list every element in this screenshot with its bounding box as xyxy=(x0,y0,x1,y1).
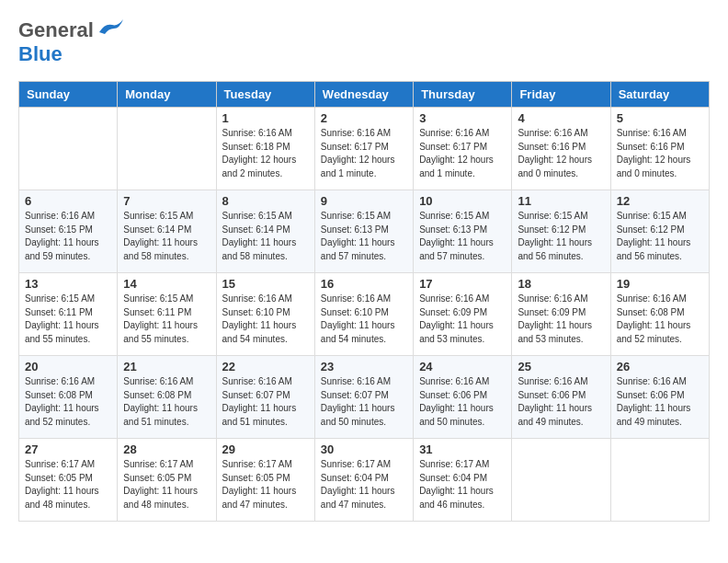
day-info: Sunrise: 6:16 AM Sunset: 6:16 PM Dayligh… xyxy=(617,127,703,180)
day-number: 7 xyxy=(123,194,210,208)
day-info: Sunrise: 6:15 AM Sunset: 6:14 PM Dayligh… xyxy=(123,210,210,263)
day-number: 24 xyxy=(419,360,506,373)
day-number: 26 xyxy=(617,360,703,373)
day-info: Sunrise: 6:16 AM Sunset: 6:08 PM Dayligh… xyxy=(123,375,210,429)
day-info: Sunrise: 6:16 AM Sunset: 6:08 PM Dayligh… xyxy=(25,375,111,429)
calendar-cell: 5Sunrise: 6:16 AM Sunset: 6:16 PM Daylig… xyxy=(610,108,709,190)
day-number: 28 xyxy=(123,442,210,456)
logo-blue: Blue xyxy=(18,42,63,65)
calendar-cell: 15Sunrise: 6:16 AM Sunset: 6:10 PM Dayli… xyxy=(216,273,314,356)
day-number: 25 xyxy=(518,360,604,373)
day-info: Sunrise: 6:17 AM Sunset: 6:05 PM Dayligh… xyxy=(123,458,210,511)
calendar-cell: 23Sunrise: 6:16 AM Sunset: 6:07 PM Dayli… xyxy=(314,356,413,439)
calendar-cell: 19Sunrise: 6:16 AM Sunset: 6:08 PM Dayli… xyxy=(610,273,709,356)
calendar-cell: 6Sunrise: 6:16 AM Sunset: 6:15 PM Daylig… xyxy=(19,190,118,273)
day-info: Sunrise: 6:16 AM Sunset: 6:18 PM Dayligh… xyxy=(222,127,309,180)
day-number: 18 xyxy=(518,277,604,291)
day-number: 1 xyxy=(222,111,309,125)
day-info: Sunrise: 6:16 AM Sunset: 6:10 PM Dayligh… xyxy=(321,293,407,346)
day-number: 4 xyxy=(518,111,604,125)
day-number: 6 xyxy=(25,194,111,208)
calendar-cell: 4Sunrise: 6:16 AM Sunset: 6:16 PM Daylig… xyxy=(512,108,610,190)
day-header-sunday: Sunday xyxy=(19,82,118,108)
day-info: Sunrise: 6:17 AM Sunset: 6:04 PM Dayligh… xyxy=(419,458,506,511)
day-number: 8 xyxy=(222,194,309,208)
day-info: Sunrise: 6:15 AM Sunset: 6:12 PM Dayligh… xyxy=(518,210,604,263)
day-header-saturday: Saturday xyxy=(610,82,709,108)
day-info: Sunrise: 6:16 AM Sunset: 6:10 PM Dayligh… xyxy=(222,293,309,346)
calendar-cell: 3Sunrise: 6:16 AM Sunset: 6:17 PM Daylig… xyxy=(414,108,512,190)
day-number: 20 xyxy=(25,360,111,373)
calendar-cell xyxy=(610,439,709,522)
day-number: 10 xyxy=(419,194,506,208)
day-header-thursday: Thursday xyxy=(414,82,512,108)
day-info: Sunrise: 6:16 AM Sunset: 6:09 PM Dayligh… xyxy=(419,293,506,346)
day-number: 15 xyxy=(222,277,309,291)
day-number: 17 xyxy=(419,277,506,291)
day-info: Sunrise: 6:15 AM Sunset: 6:11 PM Dayligh… xyxy=(123,293,210,346)
day-header-monday: Monday xyxy=(118,82,216,108)
day-number: 11 xyxy=(518,194,604,208)
calendar-week-4: 20Sunrise: 6:16 AM Sunset: 6:08 PM Dayli… xyxy=(19,356,710,439)
day-info: Sunrise: 6:16 AM Sunset: 6:07 PM Dayligh… xyxy=(321,375,407,429)
calendar-cell: 12Sunrise: 6:15 AM Sunset: 6:12 PM Dayli… xyxy=(610,190,709,273)
calendar-cell: 11Sunrise: 6:15 AM Sunset: 6:12 PM Dayli… xyxy=(512,190,610,273)
calendar-cell: 1Sunrise: 6:16 AM Sunset: 6:18 PM Daylig… xyxy=(216,108,314,190)
calendar-cell: 16Sunrise: 6:16 AM Sunset: 6:10 PM Dayli… xyxy=(314,273,413,356)
calendar-cell: 8Sunrise: 6:15 AM Sunset: 6:14 PM Daylig… xyxy=(216,190,314,273)
day-number: 3 xyxy=(419,111,506,125)
day-info: Sunrise: 6:16 AM Sunset: 6:08 PM Dayligh… xyxy=(617,293,703,346)
day-number: 31 xyxy=(419,442,506,456)
day-info: Sunrise: 6:15 AM Sunset: 6:13 PM Dayligh… xyxy=(321,210,407,263)
day-number: 5 xyxy=(617,111,703,125)
calendar-cell: 22Sunrise: 6:16 AM Sunset: 6:07 PM Dayli… xyxy=(216,356,314,439)
day-number: 12 xyxy=(617,194,703,208)
calendar-cell xyxy=(118,108,216,190)
calendar-cell: 7Sunrise: 6:15 AM Sunset: 6:14 PM Daylig… xyxy=(118,190,216,273)
calendar-cell: 21Sunrise: 6:16 AM Sunset: 6:08 PM Dayli… xyxy=(118,356,216,439)
calendar-cell: 20Sunrise: 6:16 AM Sunset: 6:08 PM Dayli… xyxy=(19,356,118,439)
day-info: Sunrise: 6:16 AM Sunset: 6:06 PM Dayligh… xyxy=(518,375,604,429)
calendar-cell: 10Sunrise: 6:15 AM Sunset: 6:13 PM Dayli… xyxy=(414,190,512,273)
day-header-friday: Friday xyxy=(512,82,610,108)
logo-general: General xyxy=(18,18,94,42)
day-info: Sunrise: 6:16 AM Sunset: 6:15 PM Dayligh… xyxy=(25,210,111,263)
day-number: 16 xyxy=(321,277,407,291)
day-info: Sunrise: 6:16 AM Sunset: 6:17 PM Dayligh… xyxy=(419,127,506,180)
calendar-cell: 2Sunrise: 6:16 AM Sunset: 6:17 PM Daylig… xyxy=(314,108,413,190)
day-number: 23 xyxy=(321,360,407,373)
day-number: 13 xyxy=(25,277,111,291)
day-number: 19 xyxy=(617,277,703,291)
day-info: Sunrise: 6:15 AM Sunset: 6:11 PM Dayligh… xyxy=(25,293,111,346)
calendar-cell: 26Sunrise: 6:16 AM Sunset: 6:06 PM Dayli… xyxy=(610,356,709,439)
day-number: 22 xyxy=(222,360,309,373)
day-info: Sunrise: 6:16 AM Sunset: 6:16 PM Dayligh… xyxy=(518,127,604,180)
calendar-cell: 14Sunrise: 6:15 AM Sunset: 6:11 PM Dayli… xyxy=(118,273,216,356)
day-number: 27 xyxy=(25,442,111,456)
calendar-cell: 24Sunrise: 6:16 AM Sunset: 6:06 PM Dayli… xyxy=(414,356,512,439)
calendar-table: SundayMondayTuesdayWednesdayThursdayFrid… xyxy=(18,81,710,522)
calendar-header-row: SundayMondayTuesdayWednesdayThursdayFrid… xyxy=(19,82,710,108)
calendar-cell: 28Sunrise: 6:17 AM Sunset: 6:05 PM Dayli… xyxy=(118,439,216,522)
calendar-cell: 29Sunrise: 6:17 AM Sunset: 6:05 PM Dayli… xyxy=(216,439,314,522)
day-info: Sunrise: 6:16 AM Sunset: 6:06 PM Dayligh… xyxy=(419,375,506,429)
calendar-week-3: 13Sunrise: 6:15 AM Sunset: 6:11 PM Dayli… xyxy=(19,273,710,356)
day-info: Sunrise: 6:16 AM Sunset: 6:09 PM Dayligh… xyxy=(518,293,604,346)
calendar-cell: 18Sunrise: 6:16 AM Sunset: 6:09 PM Dayli… xyxy=(512,273,610,356)
day-info: Sunrise: 6:17 AM Sunset: 6:04 PM Dayligh… xyxy=(321,458,407,511)
day-info: Sunrise: 6:15 AM Sunset: 6:14 PM Dayligh… xyxy=(222,210,309,263)
calendar-cell: 27Sunrise: 6:17 AM Sunset: 6:05 PM Dayli… xyxy=(19,439,118,522)
day-info: Sunrise: 6:16 AM Sunset: 6:07 PM Dayligh… xyxy=(222,375,309,429)
calendar-cell: 30Sunrise: 6:17 AM Sunset: 6:04 PM Dayli… xyxy=(314,439,413,522)
day-number: 30 xyxy=(321,442,407,456)
calendar-week-1: 1Sunrise: 6:16 AM Sunset: 6:18 PM Daylig… xyxy=(19,108,710,190)
calendar-cell xyxy=(19,108,118,190)
calendar-week-5: 27Sunrise: 6:17 AM Sunset: 6:05 PM Dayli… xyxy=(19,439,710,522)
calendar-cell: 13Sunrise: 6:15 AM Sunset: 6:11 PM Dayli… xyxy=(19,273,118,356)
day-header-tuesday: Tuesday xyxy=(216,82,314,108)
calendar-week-2: 6Sunrise: 6:16 AM Sunset: 6:15 PM Daylig… xyxy=(19,190,710,273)
logo-bird-icon xyxy=(96,16,129,38)
calendar-cell: 17Sunrise: 6:16 AM Sunset: 6:09 PM Dayli… xyxy=(414,273,512,356)
day-info: Sunrise: 6:15 AM Sunset: 6:12 PM Dayligh… xyxy=(617,210,703,263)
calendar-cell xyxy=(512,439,610,522)
